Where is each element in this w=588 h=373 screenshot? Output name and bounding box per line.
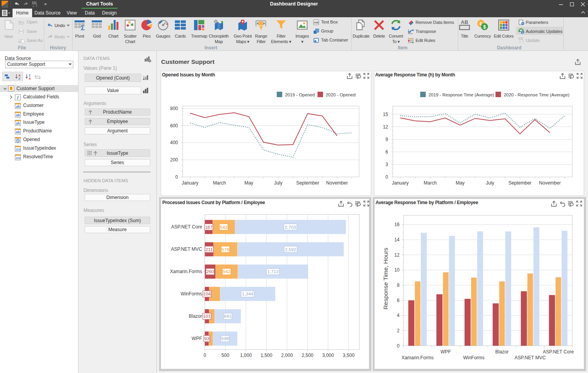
svg-text:ab: ab: [16, 121, 20, 125]
svg-text:3: 3: [385, 162, 388, 167]
svg-text:2: 2: [397, 328, 400, 333]
svg-text:1,000: 1,000: [240, 353, 252, 358]
svg-text:6: 6: [397, 298, 400, 303]
svg-text:AB: AB: [314, 21, 319, 24]
svg-text:July: July: [486, 180, 494, 186]
svg-text:16: 16: [394, 222, 400, 227]
svg-text:12: 12: [394, 252, 400, 258]
svg-text:2019 - Response Time (Average): 2019 - Response Time (Average): [428, 92, 494, 97]
svg-text:211: 211: [205, 247, 212, 252]
svg-text:September: September: [296, 180, 319, 186]
svg-text:12: 12: [383, 124, 388, 130]
svg-text:WPF: WPF: [441, 349, 451, 355]
svg-text:15: 15: [383, 112, 388, 117]
svg-text:641: 641: [224, 314, 231, 319]
svg-text:January: January: [392, 180, 409, 186]
svg-text:600: 600: [170, 123, 178, 129]
svg-text:598: 598: [221, 336, 229, 341]
svg-text:March: March: [213, 180, 226, 186]
svg-text:WPF: WPF: [192, 336, 202, 341]
svg-text:0: 0: [385, 174, 388, 180]
svg-text:187: 187: [205, 225, 212, 230]
svg-text:March: March: [424, 180, 437, 186]
svg-text:Xamarin.Forms: Xamarin.Forms: [401, 355, 434, 360]
svg-text:Blazor: Blazor: [189, 313, 202, 319]
svg-text:2,000: 2,000: [281, 353, 293, 358]
svg-text:ASP.NET Core: ASP.NET Core: [171, 224, 202, 230]
svg-text:400: 400: [170, 140, 178, 145]
svg-text:1,344: 1,344: [242, 292, 253, 296]
svg-text:January: January: [181, 180, 198, 186]
svg-text:ab: ab: [16, 130, 20, 134]
svg-text:8: 8: [397, 282, 400, 288]
svg-text:May: May: [244, 180, 253, 186]
svg-text:10: 10: [394, 267, 400, 273]
svg-text:0: 0: [203, 353, 206, 358]
svg-text:July: July: [274, 180, 282, 186]
svg-text:9: 9: [385, 137, 388, 142]
svg-text:2,500: 2,500: [301, 353, 313, 358]
svg-text:Xamarin.Forms: Xamarin.Forms: [170, 269, 202, 274]
svg-text:ab: ab: [16, 105, 20, 109]
svg-text:2020 - Opened: 2020 - Opened: [326, 92, 356, 97]
svg-text:579: 579: [221, 247, 229, 252]
svg-text:93: 93: [204, 336, 209, 341]
svg-text:4: 4: [397, 313, 400, 318]
svg-text:Blazor: Blazor: [495, 349, 508, 355]
svg-text:800: 800: [170, 106, 178, 111]
svg-text:543: 543: [220, 225, 227, 230]
svg-text:November: November: [326, 180, 348, 186]
svg-text:AB: AB: [461, 20, 468, 25]
svg-text:November: November: [539, 180, 561, 186]
svg-text:260: 260: [207, 269, 214, 274]
svg-text:2,703: 2,703: [285, 225, 296, 230]
svg-text:2,592: 2,592: [285, 247, 296, 252]
svg-text:6: 6: [385, 149, 388, 155]
svg-text:1,500: 1,500: [261, 353, 272, 358]
svg-text:1,713: 1,713: [267, 269, 279, 274]
svg-text:542: 542: [223, 269, 230, 274]
svg-text:200: 200: [170, 157, 178, 163]
svg-text:Z: Z: [18, 77, 20, 80]
svg-text:May: May: [456, 180, 465, 186]
svg-text:ASP.NET MVC: ASP.NET MVC: [515, 355, 546, 360]
svg-text:14: 14: [394, 237, 400, 243]
svg-text:3,500: 3,500: [343, 353, 354, 358]
svg-text:ASP.NET MVC: ASP.NET MVC: [171, 246, 202, 252]
svg-text:Σ: Σ: [81, 24, 85, 31]
svg-text:A: A: [29, 77, 31, 80]
svg-text:123: 123: [16, 156, 20, 159]
svg-text:2019 - Opened: 2019 - Opened: [285, 92, 315, 97]
svg-text:$: $: [483, 24, 486, 30]
svg-text:September: September: [508, 180, 532, 186]
svg-text:ab: ab: [16, 113, 20, 117]
svg-text:ASP.NET Core: ASP.NET Core: [543, 349, 574, 355]
svg-text:WinForms: WinForms: [463, 355, 485, 360]
svg-text:3,000: 3,000: [322, 353, 334, 358]
svg-text:WinForms: WinForms: [181, 291, 202, 297]
svg-text:500: 500: [221, 353, 229, 358]
svg-text:0: 0: [175, 174, 178, 180]
svg-text:Response Time, Hours: Response Time, Hours: [382, 248, 389, 310]
svg-text:123: 123: [16, 148, 20, 150]
svg-text:0: 0: [397, 343, 400, 349]
svg-text:2020 - Response Time (Average): 2020 - Response Time (Average): [504, 92, 570, 97]
